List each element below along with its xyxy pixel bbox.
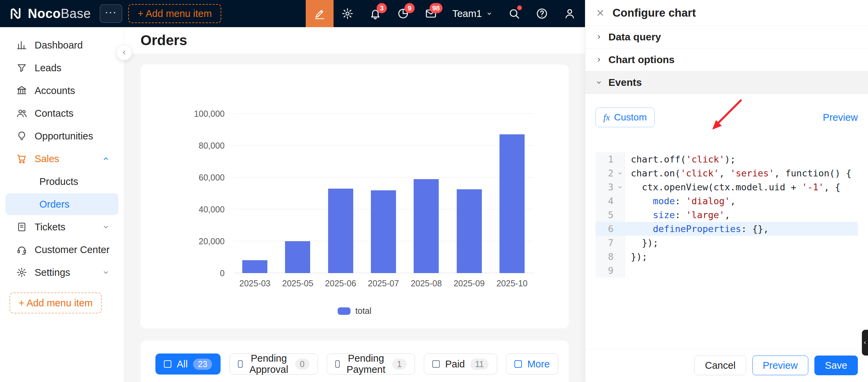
save-button[interactable]: Save <box>814 356 858 375</box>
fold-spacer <box>616 222 624 236</box>
bar-slot <box>491 114 533 273</box>
filter-tab-pending-payment[interactable]: Pending Payment1 <box>327 354 415 375</box>
section-label: Chart options <box>608 54 675 65</box>
code-line-9[interactable]: 9 <box>596 264 858 278</box>
chart-legend[interactable]: total <box>162 306 547 316</box>
bar-2025-05[interactable] <box>285 241 310 273</box>
sidebar-item-opportunities[interactable]: Opportunities <box>5 125 118 147</box>
sidebar-item-label: Settings <box>35 267 70 278</box>
drawer-header: Configure chart <box>585 0 868 26</box>
app-root: NocoBase ··· + Add menu item 3998Team1 D… <box>0 0 868 382</box>
line-number: 6 <box>596 222 616 236</box>
bar-2025-10[interactable] <box>499 134 525 273</box>
bar-slot <box>362 114 405 273</box>
sidebar-item-tickets[interactable]: Tickets <box>5 216 118 238</box>
section-events[interactable]: Events <box>585 71 868 94</box>
caret-down-icon <box>486 10 493 17</box>
nocobase-logo[interactable]: NocoBase <box>8 6 91 21</box>
code-text <box>625 264 858 278</box>
cancel-button[interactable]: Cancel <box>694 356 746 375</box>
code-line-6[interactable]: 6 defineProperties: {}, <box>596 222 858 236</box>
line-number: 5 <box>596 208 616 222</box>
preview-link[interactable]: Preview <box>823 112 858 123</box>
fold-icon[interactable] <box>616 166 624 180</box>
pie-chart-button[interactable]: 9 <box>389 0 417 27</box>
question-button[interactable] <box>528 0 556 27</box>
code-line-8[interactable]: 8}); <box>596 250 858 264</box>
main-column: NocoBase ··· + Add menu item 3998Team1 D… <box>0 0 585 382</box>
top-navbar: NocoBase ··· + Add menu item 3998Team1 <box>0 0 585 27</box>
page-title: Orders <box>140 32 187 49</box>
gutter: 3 <box>596 180 625 194</box>
page-content: Orders 020,00040,00060,00080,000100,000 … <box>124 27 585 382</box>
section-chart-options[interactable]: Chart options <box>585 49 868 71</box>
code-line-4[interactable]: 4 mode: 'dialog', <box>596 194 858 208</box>
chart-card: 020,00040,00060,00080,000100,000 2025-03… <box>140 64 569 328</box>
sidebar-item-dashboard[interactable]: Dashboard <box>5 34 118 56</box>
close-icon[interactable] <box>596 8 605 18</box>
bar-2025-08[interactable] <box>414 179 439 273</box>
drawer-edge-collapse-handle[interactable] <box>862 330 868 356</box>
filter-label: Paid <box>445 359 465 370</box>
search-button[interactable] <box>500 0 528 27</box>
sidebar-item-customer-center[interactable]: Customer Center <box>5 239 118 261</box>
code-line-2[interactable]: 2chart.on('click', 'series', function() … <box>596 166 858 180</box>
fold-spacer <box>616 250 624 264</box>
filter-more-button[interactable]: More <box>506 354 558 375</box>
sidebar-item-sales[interactable]: Sales <box>5 148 118 170</box>
chevron-right-icon <box>596 34 602 40</box>
filter-tab-paid[interactable]: Paid11 <box>424 354 497 375</box>
user-button[interactable] <box>556 0 584 27</box>
bar-2025-06[interactable] <box>328 189 353 273</box>
navbar-add-menu-item-button[interactable]: + Add menu item <box>128 4 221 23</box>
fx-icon: fx <box>603 112 610 123</box>
count-badge: 23 <box>193 359 212 370</box>
menu-ellipsis-button[interactable]: ··· <box>100 4 122 23</box>
filter-label: Pending Payment <box>345 353 387 375</box>
section-data-query[interactable]: Data query <box>585 26 868 49</box>
y-tick-label: 80,000 <box>199 141 225 151</box>
sidebar-item-settings[interactable]: Settings <box>5 262 118 283</box>
question-icon <box>536 7 548 20</box>
sidebar-item-products[interactable]: Products <box>5 171 118 192</box>
sidebar-item-label: Contacts <box>35 108 73 119</box>
line-number: 3 <box>596 180 616 194</box>
sidebar-item-accounts[interactable]: Accounts <box>5 80 118 101</box>
sidebar-item-orders[interactable]: Orders <box>5 193 118 215</box>
bar-2025-07[interactable] <box>371 190 396 273</box>
sidebar-collapse-button[interactable] <box>116 45 132 60</box>
mail-button[interactable]: 98 <box>417 0 445 27</box>
custom-event-button[interactable]: fx Custom <box>596 108 655 127</box>
navbar-actions: 3998Team1 <box>306 0 585 27</box>
filter-tab-all[interactable]: All23 <box>155 354 221 375</box>
ui-editor-highlighter-button[interactable] <box>306 0 334 27</box>
code-editor[interactable]: 1chart.off('click');2chart.on('click', '… <box>596 152 858 278</box>
gutter: 6 <box>596 222 625 236</box>
y-tick-label: 40,000 <box>199 205 225 214</box>
fold-spacer <box>616 194 624 208</box>
chart-plot: 020,00040,00060,00080,000100,000 <box>233 114 533 273</box>
sidebar-item-label: Leads <box>35 62 61 74</box>
code-line-1[interactable]: 1chart.off('click'); <box>596 152 858 166</box>
annotation-arrow-icon <box>704 98 745 133</box>
code-text: size: 'large', <box>625 208 858 222</box>
filter-tab-pending-approval[interactable]: Pending Approval0 <box>229 354 318 375</box>
team-selector[interactable]: Team1 <box>445 0 500 27</box>
code-line-5[interactable]: 5 size: 'large', <box>596 208 858 222</box>
sidebar-item-contacts[interactable]: Contacts <box>5 102 118 124</box>
gutter: 2 <box>596 166 625 180</box>
code-line-3[interactable]: 3 ctx.openView(ctx.model.uid + '-1', { <box>596 180 858 194</box>
sidebar-add-menu-item-button[interactable]: + Add menu item <box>10 292 102 313</box>
sidebar-item-leads[interactable]: Leads <box>5 57 118 79</box>
code-line-7[interactable]: 7 }); <box>596 236 858 250</box>
legend-label: total <box>355 306 371 316</box>
filter-label: Pending Approval <box>248 353 290 375</box>
gear-button[interactable] <box>334 0 361 27</box>
bell-button[interactable]: 3 <box>361 0 389 27</box>
line-number: 4 <box>596 194 616 208</box>
notification-dot <box>517 5 522 10</box>
bar-2025-09[interactable] <box>457 189 482 273</box>
drawer-preview-button[interactable]: Preview <box>752 356 808 375</box>
fold-icon[interactable] <box>616 180 624 194</box>
bar-2025-03[interactable] <box>242 260 267 273</box>
